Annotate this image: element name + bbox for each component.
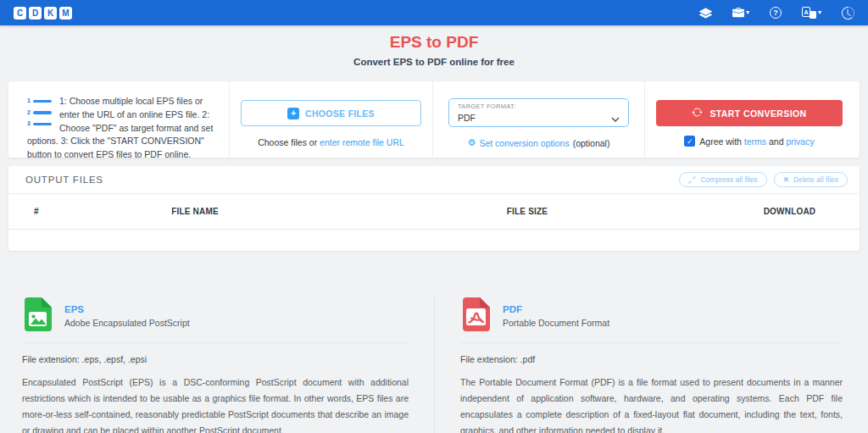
column-index: # bbox=[8, 207, 55, 216]
pdf-format-column: PDF Portable Document Format File extens… bbox=[434, 293, 868, 433]
target-format-block: TARGET FORMAT: PDF ⚙ Set conversion opti… bbox=[432, 81, 644, 162]
logo-letter: D bbox=[29, 7, 42, 19]
compress-all-button[interactable]: Compress all files bbox=[679, 172, 766, 187]
choose-files-button[interactable]: + CHOOSE FILES bbox=[241, 100, 421, 126]
instructions-text: 1: Choose multiple local EPS files or en… bbox=[27, 96, 213, 159]
format-description: The Portable Document Format (PDF) is a … bbox=[460, 375, 843, 433]
pdf-file-icon bbox=[460, 297, 492, 335]
agree-line: ✓ Agree with terms and privacy bbox=[656, 136, 843, 147]
output-files-title: OUTPUT FILES bbox=[25, 175, 103, 185]
chevron-down-icon: ▾ bbox=[818, 9, 821, 16]
output-files-header: OUTPUT FILES Compress all files ✕ Delete… bbox=[8, 166, 860, 194]
plus-icon: + bbox=[287, 108, 299, 119]
target-format-select[interactable]: TARGET FORMAT: PDF bbox=[448, 98, 629, 127]
history-button[interactable] bbox=[842, 7, 854, 19]
eps-format-header: EPS Adobe Encapsulated PostScript bbox=[22, 300, 409, 332]
format-name: EPS bbox=[64, 304, 190, 314]
tools-menu[interactable]: ▾ bbox=[732, 7, 749, 19]
divider bbox=[460, 342, 843, 343]
layers-icon bbox=[699, 7, 712, 19]
gear-icon: ⚙ bbox=[468, 137, 476, 148]
optional-text: (optional) bbox=[573, 138, 610, 148]
pdf-format-titles: PDF Portable Document Format bbox=[503, 304, 609, 328]
choose-files-hint: Choose files or enter remote file URL bbox=[241, 137, 421, 147]
instructions-block: 1 2 3 1: Choose multiple local EPS files… bbox=[8, 81, 229, 162]
choose-files-label: CHOOSE FILES bbox=[305, 108, 375, 119]
chevron-down-icon bbox=[611, 110, 620, 125]
compress-icon bbox=[688, 176, 696, 184]
delete-all-label: Delete all files bbox=[793, 175, 838, 184]
format-info-section: EPS Adobe Encapsulated PostScript File e… bbox=[0, 293, 868, 433]
converter-panel: 1 2 3 1: Choose multiple local EPS files… bbox=[8, 81, 860, 158]
divider bbox=[22, 342, 409, 343]
compress-all-label: Compress all files bbox=[700, 175, 757, 184]
history-icon bbox=[842, 7, 854, 19]
converters-menu[interactable] bbox=[699, 7, 712, 19]
refresh-icon bbox=[692, 107, 703, 119]
eps-file-icon bbox=[22, 297, 54, 335]
output-table-header: # FILE NAME FILE SIZE DOWNLOAD bbox=[8, 194, 860, 230]
cdkm-logo[interactable]: C D K M bbox=[14, 7, 72, 19]
navbar-actions: ▾ ? A ▾ bbox=[699, 7, 854, 19]
page-header: EPS to PDF Convert EPS to PDF online for… bbox=[0, 25, 868, 67]
toolbox-icon bbox=[732, 7, 744, 19]
top-navbar: C D K M ▾ ? A ▾ bbox=[0, 0, 868, 25]
format-extensions: File extension: .pdf bbox=[460, 354, 843, 364]
logo-letter: K bbox=[44, 7, 57, 19]
column-file-size: FILE SIZE bbox=[335, 207, 720, 216]
choose-files-block: + CHOOSE FILES Choose files or enter rem… bbox=[229, 81, 432, 162]
page-title: EPS to PDF bbox=[0, 33, 868, 52]
language-icon: A bbox=[802, 7, 816, 19]
conversion-options-link[interactable]: Set conversion options bbox=[479, 138, 569, 148]
logo-letter: M bbox=[59, 7, 72, 19]
hint-text: Choose files or bbox=[258, 137, 320, 147]
column-download: DOWNLOAD bbox=[720, 207, 860, 216]
agree-text: Agree with terms and privacy bbox=[699, 136, 814, 147]
start-conversion-label: START CONVERSION bbox=[709, 108, 806, 119]
format-full-name: Portable Document Format bbox=[503, 318, 609, 328]
x-icon: ✕ bbox=[783, 175, 790, 184]
format-full-name: Adobe Encapsulated PostScript bbox=[64, 318, 190, 328]
numbered-list-icon: 1 2 3 bbox=[27, 97, 53, 131]
terms-link[interactable]: terms bbox=[744, 136, 766, 147]
delete-all-button[interactable]: ✕ Delete all files bbox=[774, 172, 848, 187]
output-actions: Compress all files ✕ Delete all files bbox=[679, 172, 848, 187]
output-table-body bbox=[8, 230, 860, 250]
format-name: PDF bbox=[503, 304, 609, 314]
help-icon: ? bbox=[770, 7, 782, 19]
output-files-panel: OUTPUT FILES Compress all files ✕ Delete… bbox=[8, 166, 860, 251]
start-conversion-button[interactable]: START CONVERSION bbox=[656, 100, 843, 126]
eps-format-column: EPS Adobe Encapsulated PostScript File e… bbox=[0, 293, 434, 433]
format-description: Encapsulated PostScript (EPS) is a DSC-c… bbox=[22, 375, 409, 433]
chevron-down-icon: ▾ bbox=[746, 9, 749, 16]
eps-format-titles: EPS Adobe Encapsulated PostScript bbox=[64, 304, 190, 328]
target-format-label: TARGET FORMAT: bbox=[458, 103, 620, 110]
help-button[interactable]: ? bbox=[770, 7, 782, 19]
page-subtitle: Convert EPS to PDF online for free bbox=[0, 57, 868, 67]
start-conversion-block: START CONVERSION ✓ Agree with terms and … bbox=[644, 81, 860, 162]
column-file-name: FILE NAME bbox=[55, 207, 335, 216]
target-format-value: PDF bbox=[458, 113, 476, 123]
pdf-format-header: PDF Portable Document Format bbox=[460, 300, 843, 332]
format-extensions: File extension: .eps, .epsf, .epsi bbox=[22, 354, 409, 364]
agree-checkbox[interactable]: ✓ bbox=[684, 136, 695, 147]
logo-letter: C bbox=[14, 7, 26, 19]
language-menu[interactable]: A ▾ bbox=[802, 7, 821, 19]
privacy-link[interactable]: privacy bbox=[786, 136, 814, 147]
conversion-options-line: ⚙ Set conversion options (optional) bbox=[448, 137, 629, 148]
remote-url-link[interactable]: enter remote file URL bbox=[320, 137, 404, 147]
